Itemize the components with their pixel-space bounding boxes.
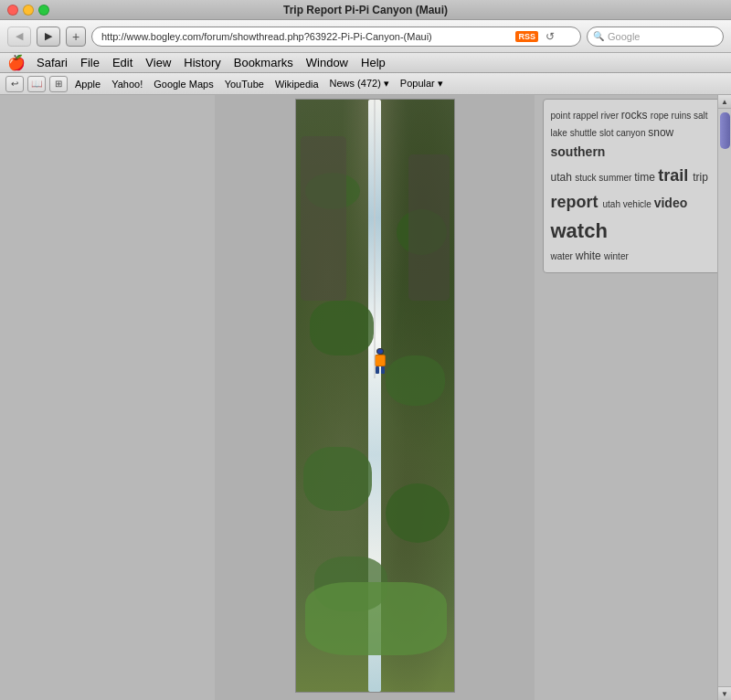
tag-rope[interactable]: rope — [651, 111, 672, 121]
scrollbar: ▲ ▼ — [717, 95, 731, 700]
tag-canyon[interactable]: canyon — [616, 128, 648, 138]
back-icon: ◀ — [16, 30, 23, 42]
tag-time[interactable]: time — [634, 171, 658, 184]
bookmark-apple[interactable]: Apple — [71, 77, 104, 91]
back-button[interactable]: ◀ — [7, 27, 31, 47]
tag-snow[interactable]: snow — [648, 126, 673, 139]
bookmark-youtube[interactable]: YouTube — [221, 77, 268, 91]
forward-icon: ▶ — [45, 30, 52, 42]
tag-utah[interactable]: utah — [551, 171, 576, 184]
menu-view[interactable]: View — [145, 56, 171, 69]
traffic-lights — [7, 5, 49, 16]
tag-ruins[interactable]: ruins — [672, 111, 694, 121]
content-area: point rappel river rocks rope ruins salt… — [0, 95, 731, 700]
titlebar: Trip Report Pi-Pi Canyon (Maui) — [0, 0, 731, 20]
tag-point[interactable]: point — [551, 111, 573, 121]
tag-shuttle[interactable]: shuttle — [570, 128, 599, 138]
menu-edit[interactable]: Edit — [112, 56, 132, 69]
menu-help[interactable]: Help — [361, 56, 386, 69]
tag-rappel[interactable]: rappel — [573, 111, 601, 121]
tag-river[interactable]: river — [601, 111, 621, 121]
tag-trip[interactable]: trip — [693, 171, 708, 184]
forward-button[interactable]: ▶ — [37, 27, 60, 47]
tag-video[interactable]: video — [654, 196, 688, 210]
bookmark-popular[interactable]: Popular ▾ — [397, 76, 447, 91]
address-bar[interactable]: http://www.bogley.com/forum/showthread.p… — [91, 27, 581, 47]
tag-winter[interactable]: winter — [604, 251, 629, 261]
scroll-down-button[interactable]: ▼ — [718, 686, 732, 700]
reading-list-button[interactable]: 📖 — [27, 76, 46, 92]
bookmark-news[interactable]: News (472) ▾ — [326, 76, 393, 91]
scroll-thumb[interactable] — [720, 112, 730, 149]
menu-safari[interactable]: Safari — [37, 56, 68, 69]
grid-button[interactable]: ⊞ — [49, 76, 68, 92]
main-content — [215, 95, 535, 700]
tag-report[interactable]: report — [551, 193, 603, 211]
maximize-button[interactable] — [38, 5, 49, 16]
tag-utah2[interactable]: utah — [603, 199, 623, 209]
rss-badge[interactable]: RSS — [515, 31, 538, 42]
tag-water[interactable]: water — [551, 251, 576, 261]
scroll-up-button[interactable]: ▲ — [718, 95, 732, 109]
add-tab-button[interactable]: + — [66, 27, 86, 47]
search-icon: 🔍 — [593, 31, 604, 41]
tag-vehicle[interactable]: vehicle — [623, 199, 654, 209]
tag-slot[interactable]: slot — [599, 128, 616, 138]
tag-watch[interactable]: watch — [551, 219, 608, 242]
right-panel: point rappel river rocks rope ruins salt… — [535, 95, 731, 700]
menubar: 🍎 Safari File Edit View History Bookmark… — [0, 53, 731, 73]
window-title: Trip Report Pi-Pi Canyon (Maui) — [283, 4, 448, 16]
tag-cloud-content: point rappel river rocks rope ruins salt… — [551, 107, 715, 265]
address-text: http://www.bogley.com/forum/showthread.p… — [101, 31, 515, 42]
waterfall-image — [295, 99, 455, 693]
menu-bookmarks[interactable]: Bookmarks — [234, 56, 293, 69]
bookmarks-bar: ↩ 📖 ⊞ Apple Yahoo! Google Maps YouTube W… — [0, 73, 731, 95]
menu-window[interactable]: Window — [306, 56, 348, 69]
tag-salt[interactable]: salt — [694, 111, 708, 121]
scroll-track — [718, 149, 732, 686]
tag-summer[interactable]: summer — [599, 173, 634, 183]
reload-button[interactable]: ↺ — [546, 30, 555, 43]
tag-trail[interactable]: trail — [658, 166, 693, 185]
tag-southern[interactable]: southern — [551, 144, 606, 159]
menu-history[interactable]: History — [184, 56, 220, 69]
bookmark-wikipedia[interactable]: Wikipedia — [271, 77, 323, 91]
tag-white[interactable]: white — [576, 249, 604, 262]
menu-file[interactable]: File — [80, 56, 100, 69]
tag-stuck[interactable]: stuck — [575, 173, 599, 183]
tag-cloud: point rappel river rocks rope ruins salt… — [543, 99, 724, 273]
apple-menu[interactable]: 🍎 — [7, 54, 26, 71]
bookmark-yahoo[interactable]: Yahoo! — [108, 77, 146, 91]
left-panel — [0, 95, 215, 700]
tag-rocks[interactable]: rocks — [621, 109, 651, 122]
back-bookmark-button[interactable]: ↩ — [5, 76, 24, 92]
close-button[interactable] — [7, 5, 18, 16]
search-input[interactable]: Google — [608, 31, 640, 42]
plus-icon: + — [72, 29, 79, 44]
tag-lake[interactable]: lake — [551, 128, 570, 138]
search-bar[interactable]: 🔍 Google — [587, 27, 724, 47]
bookmark-google-maps[interactable]: Google Maps — [150, 77, 217, 91]
minimize-button[interactable] — [23, 5, 34, 16]
toolbar: ◀ ▶ + http://www.bogley.com/forum/showth… — [0, 20, 731, 53]
